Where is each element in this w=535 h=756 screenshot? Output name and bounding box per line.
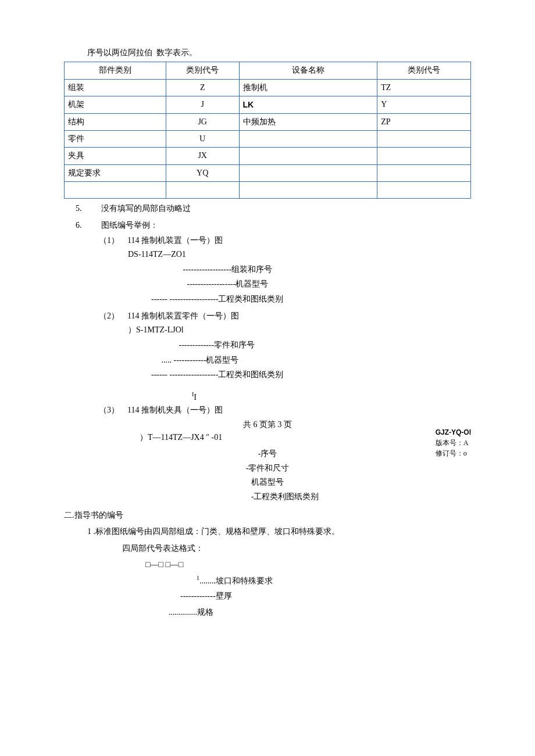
cell [166, 182, 239, 199]
table-row: 结构 JG 中频加热 ZP [65, 113, 471, 130]
example-1-code: DS-114TZ—ZO1 [64, 248, 471, 261]
cell: 组装 [65, 79, 166, 96]
table-row: 规定要求 YQ [65, 164, 471, 181]
example-2-dash-3: ------ ------------------工程类和图纸类别 [64, 368, 471, 382]
table-row: 机架 J LK Y [65, 96, 471, 113]
example-1-dash-3: ------ ------------------工程类和图纸类别 [64, 292, 471, 306]
ii-text: I [194, 393, 197, 402]
cell: JX [166, 148, 239, 164]
header-meta-box: GJZ-YQ-Ol 版本号：A 修订号：o [436, 427, 471, 458]
section-2-dash-2: -------------壁厚 [64, 589, 471, 603]
example-3-dash-4: -工程类利图纸类别 [64, 490, 471, 503]
example-3-dash-2: -零件和尺寸 [64, 462, 471, 475]
example-2-title: 114 推制机装置零件（一号）图 [127, 311, 239, 320]
example-2-dash-2: ..... ------------机器型号 [64, 353, 471, 367]
dash-text: ------------------组装和序号 [183, 265, 273, 274]
th-device-name: 设备名称 [239, 62, 377, 79]
header-version: 版本号：A [436, 438, 471, 448]
cell [377, 130, 471, 147]
item-6: 6. 图纸编号举例： [64, 219, 471, 232]
cell: Z [166, 79, 239, 96]
cell [239, 182, 377, 199]
cell [239, 148, 377, 164]
cell: TZ [377, 79, 471, 96]
example-2-num: （2） [99, 311, 119, 320]
th-category-code-1: 类别代号 [166, 62, 239, 79]
dash-text: ------------------机器型号 [187, 280, 269, 288]
serial-note-b: 数字表示。 [156, 48, 197, 57]
th-category-code-2: 类别代号 [377, 62, 471, 79]
section-2-heading: 二.指导书的编号 [64, 509, 471, 522]
table-row: 组装 Z 推制机 TZ [65, 79, 471, 96]
cell [377, 164, 471, 181]
cell: Y [377, 96, 471, 113]
header-revision: 修订号：o [436, 448, 471, 458]
example-3-dash-1: -序号 [64, 447, 471, 460]
example-1-dash-1: ------------------组装和序号 [64, 263, 471, 277]
example-3-num: （3） [99, 406, 119, 414]
example-1-num: （1） [99, 236, 119, 245]
header-code: GJZ-YQ-Ol [436, 427, 471, 438]
cell: 规定要求 [65, 164, 166, 181]
example-2-line: （2） 114 推制机装置零件（一号）图 [64, 310, 471, 323]
category-table: 部件类别 类别代号 设备名称 类别代号 组装 Z 推制机 TZ 机架 J LK … [64, 62, 471, 199]
example-3-dash-3: 机器型号 [64, 476, 471, 489]
example-2-dash-1: -------------零件和序号 [64, 338, 471, 352]
example-1-line: （1） 114 推制机装置（一号）图 [64, 234, 471, 247]
cell: J [166, 96, 239, 113]
cell: 零件 [65, 130, 166, 147]
item-5-text: 没有填写的局部自动略过 [101, 204, 191, 213]
example-3-code: ）T—114TZ—JX4 ″ -01 [64, 431, 471, 444]
cell: 结构 [65, 113, 166, 130]
section-2-dash-1: 1........坡口和特殊要求 [64, 573, 471, 588]
section-2-item-1: 1 .标准图纸编号由四局部组成：门类、规格和壁厚、坡口和特殊要求。 [64, 525, 471, 538]
cell: ZP [377, 113, 471, 130]
section-2-dash-3: ..............规格 [64, 605, 471, 619]
example-3-line: （3） 114 推制机夹具（一号）图 [64, 404, 471, 417]
cell: JG [166, 113, 239, 130]
th-part-category: 部件类别 [65, 62, 166, 79]
serial-note-line: 序号以两位阿拉伯 数字表示。 [64, 46, 471, 59]
cell [377, 182, 471, 199]
example-2-code: ）S-1MTZ-LJOl [64, 324, 471, 336]
cell: U [166, 130, 239, 147]
page-info: 共 6 页第 3 页 [64, 418, 471, 431]
cell: 夹具 [65, 148, 166, 164]
table-row: 夹具 JX [65, 148, 471, 164]
example-3-title: 114 推制机夹具（一号）图 [127, 406, 223, 414]
dash-text: ..... ------------机器型号 [162, 356, 239, 364]
section-2-item-2: 四局部代号表达格式： [64, 542, 471, 555]
cell: 推制机 [239, 79, 377, 96]
item-5-num: 5. [76, 202, 99, 215]
item-6-text: 图纸编号举例： [101, 221, 158, 230]
example-1-dash-2: ------------------机器型号 [64, 277, 471, 291]
ii-marker: II [64, 390, 471, 404]
serial-note-a: 序号以两位阿拉伯 [87, 48, 152, 57]
dash-text: ........坡口和特殊要求 [199, 576, 273, 585]
example-1-title: 114 推制机装置（一号）图 [127, 236, 223, 245]
cell: YQ [166, 164, 239, 181]
cell [239, 164, 377, 181]
cell [377, 148, 471, 164]
dash-text: -------------零件和序号 [179, 341, 255, 349]
table-row: 零件 U [65, 130, 471, 147]
cell: LK [239, 96, 377, 113]
cell: 中频加热 [239, 113, 377, 130]
table-row [65, 182, 471, 199]
section-2-box-pattern: □—□ □—□ [64, 558, 471, 571]
item-5: 5. 没有填写的局部自动略过 [64, 202, 471, 215]
cell [65, 182, 166, 199]
cell [239, 130, 377, 147]
cell: 机架 [65, 96, 166, 113]
item-6-num: 6. [76, 219, 99, 232]
